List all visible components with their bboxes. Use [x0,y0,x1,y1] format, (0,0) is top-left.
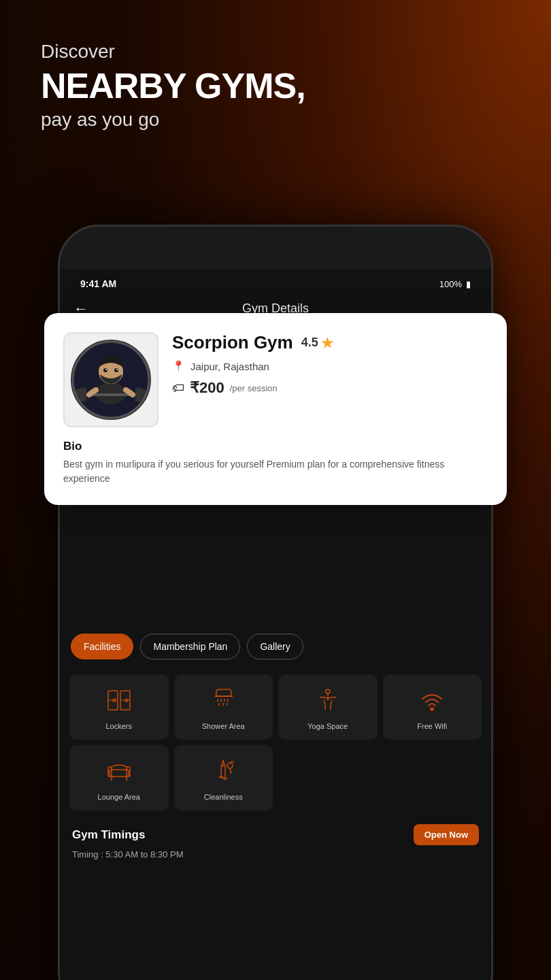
yoga-icon [312,684,344,717]
location-pin-icon: 📍 [172,360,185,372]
svg-point-28 [103,368,107,372]
lockers-label: Lockers [105,722,132,730]
cleanliness-icon [207,755,239,787]
svg-point-30 [105,369,107,370]
yoga-label: Yoga Space [307,722,348,730]
gym-card-header: Scorpion Gym 4.5 ★ 📍 Jaipur, Rajasthan 🏷… [63,332,488,427]
facility-wifi: Free Wifi [383,674,482,740]
battery-text: 100% [439,279,462,289]
timings-title: Gym Timings [72,828,145,842]
svg-point-14 [326,689,330,693]
cleanliness-label: Cleanliness [204,793,243,801]
status-time: 9:41 AM [80,278,116,289]
bio-title: Bio [63,440,488,453]
gym-logo [63,332,158,427]
star-icon: ★ [321,335,333,351]
bio-section: Bio Best gym in murlipura if you serious… [63,440,488,486]
svg-point-16 [431,708,433,710]
lockers-icon [103,684,135,717]
price-amount: ₹200 [190,379,224,397]
wifi-icon [416,684,448,717]
svg-rect-17 [110,770,129,777]
status-bar: 9:41 AM 100% ▮ [60,269,491,293]
pay-text: pay as you go [41,109,305,131]
tab-membership[interactable]: Mambership Plan [140,634,240,659]
gym-price: 🏷 ₹200 /per session [172,379,488,397]
open-now-button[interactable]: Open Now [414,824,479,845]
timings-header: Gym Timings Open Now [72,824,479,845]
tab-gallery[interactable]: Gallery [247,634,303,659]
facility-yoga: Yoga Space [278,674,378,740]
gym-location: 📍 Jaipur, Rajasthan [172,360,488,372]
svg-point-31 [116,369,118,370]
facility-cleanliness: Cleanliness [174,745,273,811]
facilities-grid-row1: Lockers [60,669,491,745]
gym-name: Scorpion Gym [172,332,293,353]
rating-value: 4.5 [301,336,318,350]
timings-section: Gym Timings Open Now Timing : 5:30 AM to… [60,816,491,868]
discover-text: Discover [41,41,305,63]
gym-rating: 4.5 ★ [301,335,333,351]
location-text: Jaipur, Rajasthan [190,361,269,372]
price-badge-icon: 🏷 [172,381,184,395]
tab-facilities[interactable]: Facilities [71,634,133,659]
nearby-gyms-text: NEARBY GYMS, [41,68,305,103]
facilities-grid-row2: Lounge Area Cleanliness [60,745,491,816]
svg-rect-22 [221,766,225,778]
facility-lockers: Lockers [69,674,169,740]
lounge-label: Lounge Area [98,793,140,801]
price-per: /per session [230,383,278,393]
svg-point-29 [114,368,118,372]
wifi-label: Free Wifi [417,722,447,730]
tabs-row: Facilities Mambership Plan Gallery [60,624,491,669]
svg-line-24 [230,768,231,774]
shower-label: Shower Area [202,722,245,730]
gym-info: Scorpion Gym 4.5 ★ 📍 Jaipur, Rajasthan 🏷… [172,332,488,397]
phone-notch [221,233,330,252]
shower-icon [207,684,239,717]
svg-line-21 [126,777,127,781]
bio-text: Best gym in murlipura if you serious for… [63,457,488,486]
lounge-icon [103,755,135,787]
battery-icon: ▮ [466,279,471,289]
header-section: Discover NEARBY GYMS, pay as you go [41,41,305,131]
facility-shower: Shower Area [174,674,273,740]
gym-name-row: Scorpion Gym 4.5 ★ [172,332,488,353]
svg-point-23 [227,763,233,768]
svg-line-20 [111,777,112,781]
timing-text: Timing : 5:30 AM to 8:30 PM [72,849,479,860]
status-right: 100% ▮ [439,279,471,289]
facility-lounge: Lounge Area [69,745,169,811]
gym-card: Scorpion Gym 4.5 ★ 📍 Jaipur, Rajasthan 🏷… [44,313,507,505]
